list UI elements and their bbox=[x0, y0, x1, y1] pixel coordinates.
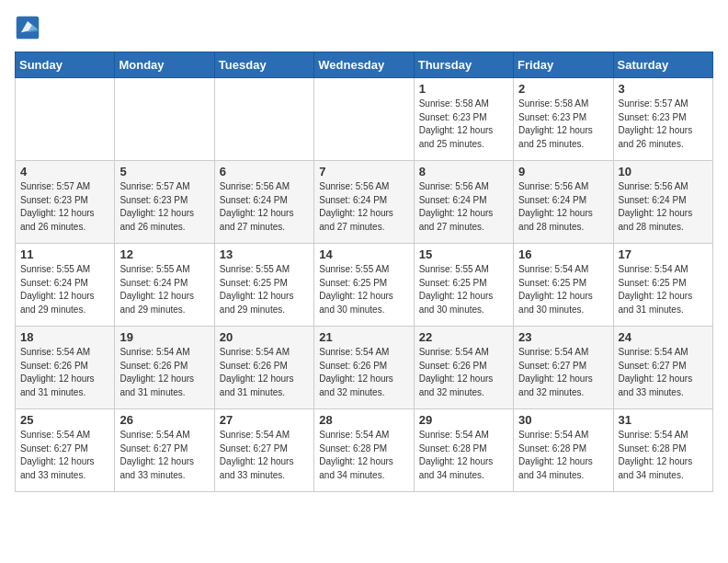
day-info: Sunrise: 5:56 AM Sunset: 6:24 PM Dayligh… bbox=[319, 180, 408, 234]
day-number: 27 bbox=[220, 413, 309, 427]
calendar-cell: 5Sunrise: 5:57 AM Sunset: 6:23 PM Daylig… bbox=[115, 161, 214, 244]
day-info: Sunrise: 5:54 AM Sunset: 6:26 PM Dayligh… bbox=[419, 346, 508, 399]
calendar-cell: 14Sunrise: 5:55 AM Sunset: 6:25 PM Dayli… bbox=[314, 244, 414, 327]
weekday-header: Wednesday bbox=[314, 52, 414, 78]
day-info: Sunrise: 5:54 AM Sunset: 6:28 PM Dayligh… bbox=[518, 429, 608, 482]
day-number: 31 bbox=[619, 413, 708, 427]
day-info: Sunrise: 5:54 AM Sunset: 6:26 PM Dayligh… bbox=[220, 346, 309, 399]
calendar-cell: 22Sunrise: 5:54 AM Sunset: 6:26 PM Dayli… bbox=[414, 327, 513, 409]
weekday-header: Friday bbox=[514, 52, 613, 78]
day-number: 30 bbox=[518, 413, 608, 427]
day-info: Sunrise: 5:54 AM Sunset: 6:27 PM Dayligh… bbox=[20, 429, 109, 482]
day-number: 2 bbox=[518, 82, 608, 96]
day-number: 8 bbox=[419, 165, 508, 178]
calendar-cell: 29Sunrise: 5:54 AM Sunset: 6:28 PM Dayli… bbox=[414, 409, 513, 492]
day-info: Sunrise: 5:54 AM Sunset: 6:26 PM Dayligh… bbox=[20, 346, 109, 399]
calendar-cell: 17Sunrise: 5:54 AM Sunset: 6:25 PM Dayli… bbox=[613, 244, 712, 327]
day-number: 11 bbox=[20, 247, 109, 261]
calendar-week-row: 11Sunrise: 5:55 AM Sunset: 6:24 PM Dayli… bbox=[16, 244, 713, 327]
logo-icon bbox=[15, 15, 40, 40]
day-number: 22 bbox=[419, 330, 508, 344]
day-info: Sunrise: 5:56 AM Sunset: 6:24 PM Dayligh… bbox=[419, 180, 508, 234]
day-number: 17 bbox=[619, 247, 708, 261]
calendar-cell: 25Sunrise: 5:54 AM Sunset: 6:27 PM Dayli… bbox=[16, 409, 115, 492]
day-info: Sunrise: 5:56 AM Sunset: 6:24 PM Dayligh… bbox=[619, 180, 708, 234]
calendar-cell: 13Sunrise: 5:55 AM Sunset: 6:25 PM Dayli… bbox=[214, 244, 313, 327]
weekday-header: Tuesday bbox=[214, 52, 313, 78]
calendar-cell: 18Sunrise: 5:54 AM Sunset: 6:26 PM Dayli… bbox=[16, 327, 115, 409]
day-info: Sunrise: 5:54 AM Sunset: 6:28 PM Dayligh… bbox=[619, 429, 708, 482]
calendar-week-row: 25Sunrise: 5:54 AM Sunset: 6:27 PM Dayli… bbox=[16, 409, 713, 492]
weekday-header: Sunday bbox=[16, 52, 115, 78]
day-info: Sunrise: 5:56 AM Sunset: 6:24 PM Dayligh… bbox=[518, 180, 608, 234]
calendar-cell: 9Sunrise: 5:56 AM Sunset: 6:24 PM Daylig… bbox=[514, 161, 613, 244]
day-info: Sunrise: 5:55 AM Sunset: 6:24 PM Dayligh… bbox=[20, 263, 109, 316]
day-number: 18 bbox=[20, 330, 109, 344]
day-number: 24 bbox=[619, 330, 708, 344]
calendar-cell: 7Sunrise: 5:56 AM Sunset: 6:24 PM Daylig… bbox=[314, 161, 414, 244]
calendar-cell: 27Sunrise: 5:54 AM Sunset: 6:27 PM Dayli… bbox=[214, 409, 313, 492]
day-number: 3 bbox=[619, 82, 708, 96]
calendar-cell: 20Sunrise: 5:54 AM Sunset: 6:26 PM Dayli… bbox=[214, 327, 313, 409]
day-number: 16 bbox=[518, 247, 608, 261]
calendar-cell: 24Sunrise: 5:54 AM Sunset: 6:27 PM Dayli… bbox=[613, 327, 712, 409]
day-number: 20 bbox=[220, 330, 309, 344]
calendar-cell: 4Sunrise: 5:57 AM Sunset: 6:23 PM Daylig… bbox=[16, 161, 115, 244]
calendar-cell bbox=[115, 78, 214, 161]
calendar-cell: 31Sunrise: 5:54 AM Sunset: 6:28 PM Dayli… bbox=[613, 409, 712, 492]
day-info: Sunrise: 5:55 AM Sunset: 6:25 PM Dayligh… bbox=[319, 263, 408, 316]
logo bbox=[15, 15, 44, 40]
calendar-week-row: 1Sunrise: 5:58 AM Sunset: 6:23 PM Daylig… bbox=[16, 78, 713, 161]
day-info: Sunrise: 5:54 AM Sunset: 6:27 PM Dayligh… bbox=[619, 346, 708, 399]
calendar-cell: 8Sunrise: 5:56 AM Sunset: 6:24 PM Daylig… bbox=[414, 161, 513, 244]
calendar-cell: 15Sunrise: 5:55 AM Sunset: 6:25 PM Dayli… bbox=[414, 244, 513, 327]
day-info: Sunrise: 5:56 AM Sunset: 6:24 PM Dayligh… bbox=[220, 180, 309, 234]
calendar-cell: 26Sunrise: 5:54 AM Sunset: 6:27 PM Dayli… bbox=[115, 409, 214, 492]
page-header bbox=[15, 15, 713, 40]
calendar-cell: 1Sunrise: 5:58 AM Sunset: 6:23 PM Daylig… bbox=[414, 78, 513, 161]
day-number: 10 bbox=[619, 165, 708, 178]
calendar-cell: 16Sunrise: 5:54 AM Sunset: 6:25 PM Dayli… bbox=[514, 244, 613, 327]
weekday-header: Thursday bbox=[414, 52, 513, 78]
day-info: Sunrise: 5:54 AM Sunset: 6:28 PM Dayligh… bbox=[319, 429, 408, 482]
calendar-cell: 11Sunrise: 5:55 AM Sunset: 6:24 PM Dayli… bbox=[16, 244, 115, 327]
calendar-cell: 19Sunrise: 5:54 AM Sunset: 6:26 PM Dayli… bbox=[115, 327, 214, 409]
day-info: Sunrise: 5:55 AM Sunset: 6:24 PM Dayligh… bbox=[119, 263, 209, 316]
day-number: 26 bbox=[119, 413, 209, 427]
calendar-cell: 12Sunrise: 5:55 AM Sunset: 6:24 PM Dayli… bbox=[115, 244, 214, 327]
calendar-cell: 28Sunrise: 5:54 AM Sunset: 6:28 PM Dayli… bbox=[314, 409, 414, 492]
day-number: 12 bbox=[119, 247, 209, 261]
calendar-cell bbox=[314, 78, 414, 161]
day-info: Sunrise: 5:58 AM Sunset: 6:23 PM Dayligh… bbox=[518, 98, 608, 151]
day-number: 14 bbox=[319, 247, 408, 261]
calendar-cell bbox=[16, 78, 115, 161]
calendar-cell: 3Sunrise: 5:57 AM Sunset: 6:23 PM Daylig… bbox=[613, 78, 712, 161]
day-info: Sunrise: 5:54 AM Sunset: 6:28 PM Dayligh… bbox=[419, 429, 508, 482]
calendar-cell bbox=[214, 78, 313, 161]
calendar-week-row: 18Sunrise: 5:54 AM Sunset: 6:26 PM Dayli… bbox=[16, 327, 713, 409]
day-info: Sunrise: 5:57 AM Sunset: 6:23 PM Dayligh… bbox=[20, 180, 109, 234]
day-info: Sunrise: 5:54 AM Sunset: 6:25 PM Dayligh… bbox=[619, 263, 708, 316]
day-number: 4 bbox=[20, 165, 109, 178]
day-number: 13 bbox=[220, 247, 309, 261]
calendar-cell: 21Sunrise: 5:54 AM Sunset: 6:26 PM Dayli… bbox=[314, 327, 414, 409]
calendar-cell: 6Sunrise: 5:56 AM Sunset: 6:24 PM Daylig… bbox=[214, 161, 313, 244]
day-number: 28 bbox=[319, 413, 408, 427]
day-info: Sunrise: 5:54 AM Sunset: 6:27 PM Dayligh… bbox=[119, 429, 209, 482]
calendar-table: SundayMondayTuesdayWednesdayThursdayFrid… bbox=[15, 52, 713, 492]
day-number: 21 bbox=[319, 330, 408, 344]
day-info: Sunrise: 5:54 AM Sunset: 6:26 PM Dayligh… bbox=[319, 346, 408, 399]
day-info: Sunrise: 5:55 AM Sunset: 6:25 PM Dayligh… bbox=[220, 263, 309, 316]
day-number: 9 bbox=[518, 165, 608, 178]
day-number: 25 bbox=[20, 413, 109, 427]
day-number: 15 bbox=[419, 247, 508, 261]
calendar-cell: 30Sunrise: 5:54 AM Sunset: 6:28 PM Dayli… bbox=[514, 409, 613, 492]
calendar-cell: 23Sunrise: 5:54 AM Sunset: 6:27 PM Dayli… bbox=[514, 327, 613, 409]
day-info: Sunrise: 5:58 AM Sunset: 6:23 PM Dayligh… bbox=[419, 98, 508, 151]
day-info: Sunrise: 5:54 AM Sunset: 6:27 PM Dayligh… bbox=[518, 346, 608, 399]
weekday-header: Monday bbox=[115, 52, 214, 78]
day-number: 19 bbox=[119, 330, 209, 344]
day-number: 5 bbox=[119, 165, 209, 178]
day-number: 6 bbox=[220, 165, 309, 178]
day-number: 23 bbox=[518, 330, 608, 344]
